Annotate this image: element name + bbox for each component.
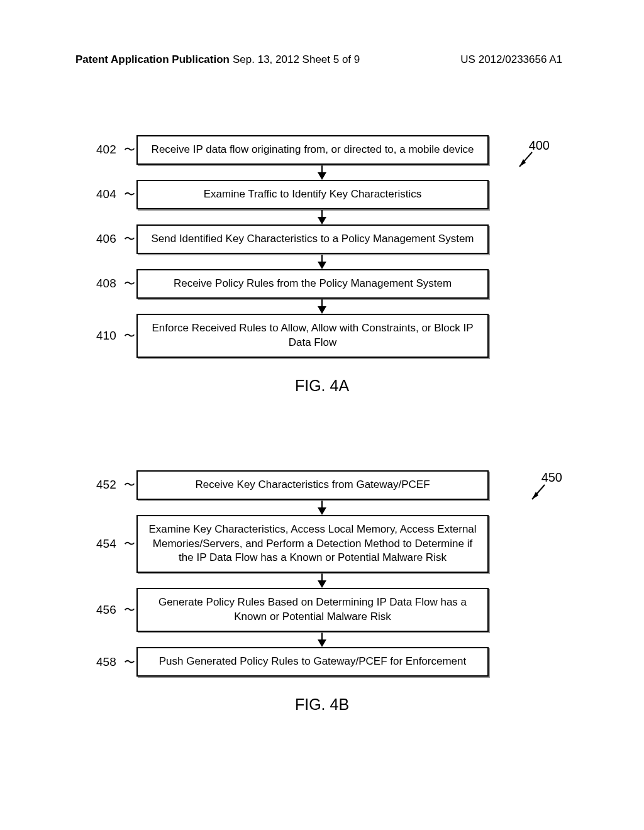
step-box: Examine Key Characteristics, Access Loca… <box>136 515 489 573</box>
leader-line-icon: 〜 <box>124 231 135 246</box>
leader-line-icon: 〜 <box>124 536 135 551</box>
ref-arrow-icon <box>512 149 537 174</box>
leader-line-icon: 〜 <box>124 142 135 157</box>
leader-line-icon: 〜 <box>124 328 135 343</box>
arrow-down-icon <box>136 165 508 180</box>
leader-line-icon: 〜 <box>124 187 135 202</box>
arrow-down-icon <box>136 209 508 224</box>
leader-line-icon: 〜 <box>124 655 135 670</box>
step-number: 410 <box>96 329 116 343</box>
step-number: 456 <box>96 603 116 617</box>
step-406: 406 〜 Send Identified Key Characteristic… <box>136 224 508 254</box>
step-number: 408 <box>96 277 116 290</box>
page-header: Patent Application Publication Sep. 13, … <box>0 53 644 66</box>
step-box: Generate Policy Rules Based on Determini… <box>136 588 489 632</box>
figure-a-flow: 402 〜 Receive IP data flow originating f… <box>136 135 508 358</box>
step-box: Send Identified Key Characteristics to a… <box>136 224 489 254</box>
leader-line-icon: 〜 <box>124 477 135 492</box>
ref-arrow-icon <box>525 482 550 507</box>
step-452: 452 〜 Receive Key Characteristics from G… <box>136 470 508 500</box>
step-number: 406 <box>96 232 116 246</box>
figure-b-title: FIG. 4B <box>0 695 644 714</box>
arrow-down-icon <box>136 573 508 588</box>
step-number: 402 <box>96 143 116 157</box>
step-410: 410 〜 Enforce Received Rules to Allow, A… <box>136 314 508 358</box>
step-box: Enforce Received Rules to Allow, Allow w… <box>136 314 489 358</box>
step-box: Examine Traffic to Identify Key Characte… <box>136 180 489 209</box>
leader-line-icon: 〜 <box>124 276 135 291</box>
step-number: 404 <box>96 187 116 201</box>
step-404: 404 〜 Examine Traffic to Identify Key Ch… <box>136 180 508 209</box>
figure-4b: 450 452 〜 Receive Key Characteristics fr… <box>0 470 644 714</box>
step-402: 402 〜 Receive IP data flow originating f… <box>136 135 508 165</box>
step-number: 452 <box>96 478 116 492</box>
step-456: 456 〜 Generate Policy Rules Based on Det… <box>136 588 508 632</box>
leader-line-icon: 〜 <box>124 602 135 617</box>
figure-b-flow: 452 〜 Receive Key Characteristics from G… <box>136 470 508 677</box>
publication-number: US 2012/0233656 A1 <box>460 53 562 66</box>
date-sheet-label: Sep. 13, 2012 Sheet 5 of 9 <box>233 53 360 66</box>
arrow-down-icon <box>136 500 508 515</box>
step-454: 454 〜 Examine Key Characteristics, Acces… <box>136 515 508 573</box>
step-number: 454 <box>96 537 116 551</box>
step-box: Push Generated Policy Rules to Gateway/P… <box>136 647 489 677</box>
step-number: 458 <box>96 655 116 669</box>
figure-4a: 400 402 〜 Receive IP data flow originati… <box>0 135 644 395</box>
step-box: Receive Policy Rules from the Policy Man… <box>136 269 489 299</box>
step-408: 408 〜 Receive Policy Rules from the Poli… <box>136 269 508 299</box>
step-458: 458 〜 Push Generated Policy Rules to Gat… <box>136 647 508 677</box>
publication-label: Patent Application Publication <box>75 53 230 66</box>
arrow-down-icon <box>136 632 508 647</box>
step-box: Receive IP data flow originating from, o… <box>136 135 489 165</box>
arrow-down-icon <box>136 254 508 269</box>
arrow-down-icon <box>136 299 508 314</box>
diagram-area: 400 402 〜 Receive IP data flow originati… <box>0 94 644 830</box>
figure-a-title: FIG. 4A <box>0 377 644 395</box>
step-box: Receive Key Characteristics from Gateway… <box>136 470 489 500</box>
